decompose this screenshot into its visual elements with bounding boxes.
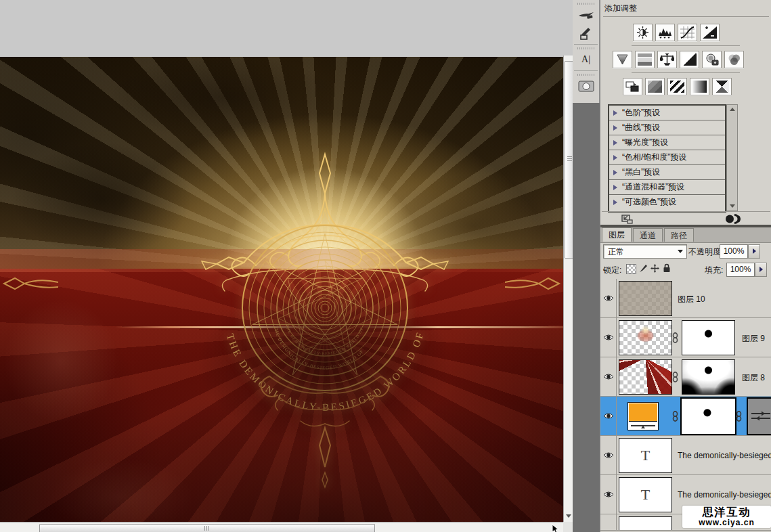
black-white-button[interactable] <box>680 51 699 68</box>
document-canvas[interactable]: THE DEMONICALLY-BESIEGED WORLD OF THE DE… <box>0 57 563 522</box>
opacity-slider-button[interactable] <box>748 244 760 259</box>
blend-mode-dropdown[interactable]: 正常 <box>603 244 687 259</box>
canvas-horizontal-scrollbar[interactable] <box>0 522 563 532</box>
visibility-cell[interactable] <box>600 318 617 357</box>
horizontal-scrollbar-thumb[interactable] <box>39 524 375 532</box>
visibility-cell[interactable] <box>600 279 617 317</box>
scroll-down-arrow[interactable] <box>565 512 573 520</box>
posterize-button[interactable] <box>645 78 665 95</box>
color-balance-button[interactable] <box>657 51 677 68</box>
preset-selective-color[interactable]: “可选颜色”预设 <box>609 195 725 209</box>
layer-row[interactable]: T The demonically-besieged wo <box>600 436 771 475</box>
fill-slider-button[interactable] <box>755 263 767 277</box>
adjustment-thumbnail[interactable] <box>747 397 771 435</box>
opacity-input[interactable]: 100% <box>720 244 748 259</box>
visibility-cell[interactable] <box>600 357 617 396</box>
eye-icon[interactable] <box>603 334 614 341</box>
layer-name[interactable]: 图层 10 <box>678 294 705 305</box>
layer-mask-thumbnail[interactable] <box>682 359 735 395</box>
preset-label: “色阶”预设 <box>622 106 660 120</box>
tab-layers[interactable]: 图层 <box>602 227 632 242</box>
layer-row-selected[interactable] <box>600 397 771 436</box>
levels-button[interactable] <box>655 24 675 41</box>
visibility-cell[interactable] <box>600 397 617 435</box>
text-layer-thumbnail[interactable]: T <box>619 438 672 473</box>
character-panel-button[interactable]: A| <box>575 51 598 68</box>
tab-paths[interactable]: 路径 <box>664 228 694 242</box>
character-panel-icon: A| <box>581 54 590 65</box>
panel-dock-strip: A| <box>573 0 600 532</box>
lock-all-icon[interactable] <box>663 263 671 273</box>
layer-name[interactable]: The demonically-besieged wo <box>678 451 771 460</box>
gradient-map-button[interactable] <box>690 78 709 95</box>
brightness-contrast-button[interactable] <box>633 24 653 41</box>
expand-triangle-icon[interactable] <box>613 200 617 205</box>
layer-name[interactable]: The demonically-besieged wo <box>678 490 771 500</box>
preset-curves[interactable]: “曲线”预设 <box>609 120 725 135</box>
fill-input[interactable]: 100% <box>726 263 755 277</box>
threshold-button[interactable] <box>667 78 687 95</box>
preset-label: “曝光度”预设 <box>622 135 668 150</box>
eye-icon[interactable] <box>603 294 614 302</box>
layer-row[interactable]: 图层 9 <box>600 318 771 357</box>
dock-grip[interactable] <box>577 47 595 49</box>
canvas-vertical-scrollbar[interactable] <box>563 56 573 522</box>
layer-name[interactable]: 图层 9 <box>742 333 765 345</box>
layer-row[interactable]: 图层 8 <box>600 357 771 397</box>
visibility-cell[interactable] <box>600 436 617 474</box>
brush-panel-button[interactable] <box>575 6 598 24</box>
expand-triangle-icon[interactable] <box>613 140 617 146</box>
scroll-up-arrow[interactable] <box>730 108 735 111</box>
preset-list-scrollbar[interactable] <box>726 104 738 211</box>
eye-icon[interactable] <box>603 373 614 380</box>
eye-icon[interactable] <box>603 451 614 459</box>
layer-mask-thumbnail-selected[interactable] <box>680 397 736 435</box>
exposure-button[interactable] <box>700 24 720 41</box>
photo-filter-button[interactable] <box>702 51 722 68</box>
layer-thumbnail[interactable] <box>619 281 672 316</box>
layer-thumbnail[interactable] <box>619 359 672 395</box>
gradient-fill-thumbnail[interactable] <box>627 402 659 430</box>
mask-link-icon[interactable] <box>672 411 678 422</box>
lock-transparent-icon[interactable] <box>626 264 636 274</box>
layer-name[interactable]: 图层 8 <box>742 372 765 384</box>
preset-exposure[interactable]: “曝光度”预设 <box>609 135 725 150</box>
eye-icon[interactable] <box>603 491 614 498</box>
hue-saturation-button[interactable] <box>635 51 655 68</box>
dock-grip[interactable] <box>577 74 595 76</box>
curves-button[interactable] <box>678 24 697 41</box>
expand-triangle-icon[interactable] <box>613 170 617 175</box>
expanded-view-button[interactable] <box>621 215 633 224</box>
selective-color-button[interactable] <box>712 78 732 95</box>
masks-panel-button[interactable] <box>575 77 598 95</box>
preset-label: “可选颜色”预设 <box>622 195 676 209</box>
mask-link-icon[interactable] <box>672 332 678 343</box>
preset-levels[interactable]: “色阶”预设 <box>609 106 725 120</box>
eye-icon[interactable] <box>603 412 614 420</box>
expand-triangle-icon[interactable] <box>613 155 617 160</box>
dock-grip[interactable] <box>577 3 595 5</box>
vibrance-button[interactable] <box>613 51 632 68</box>
layer-thumbnail[interactable] <box>619 320 672 355</box>
mouse-cursor <box>552 524 560 532</box>
preset-black-white[interactable]: “黑白”预设 <box>609 165 725 180</box>
expand-triangle-icon[interactable] <box>613 185 617 190</box>
layer-mask-thumbnail[interactable] <box>682 320 735 355</box>
tab-channels[interactable]: 通道 <box>633 228 663 242</box>
expand-triangle-icon[interactable] <box>613 110 617 116</box>
clip-to-layer-button[interactable] <box>725 214 741 224</box>
lock-move-icon[interactable] <box>651 264 659 273</box>
preset-channel-mixer[interactable]: “通道混和器”预设 <box>609 180 725 195</box>
layer-row[interactable]: 图层 10 <box>600 279 771 318</box>
preset-hue-saturation[interactable]: “色相/饱和度”预设 <box>609 150 725 165</box>
expand-triangle-icon[interactable] <box>613 125 617 131</box>
channel-mixer-button[interactable] <box>724 51 744 68</box>
clone-source-panel-button[interactable] <box>575 24 598 42</box>
invert-button[interactable] <box>623 78 642 95</box>
scroll-down-arrow[interactable] <box>730 204 735 208</box>
mask-link-icon[interactable] <box>736 411 742 422</box>
mask-link-icon[interactable] <box>672 372 678 382</box>
lock-paint-icon[interactable] <box>639 264 648 273</box>
visibility-cell[interactable] <box>600 475 617 514</box>
text-layer-thumbnail[interactable]: T <box>619 477 672 512</box>
